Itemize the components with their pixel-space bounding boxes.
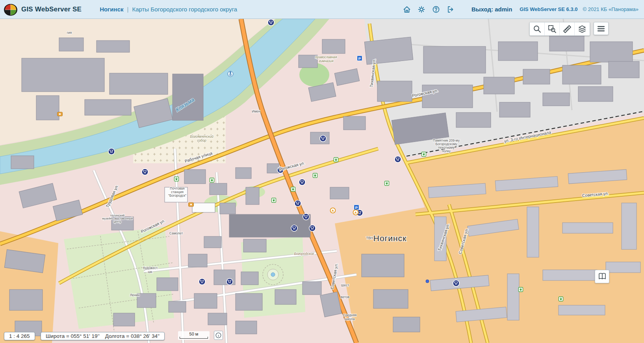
header-actions: Выход: admin GIS WebServer SE 6.3.0 © 20…	[402, 5, 638, 14]
shop-marker[interactable]	[199, 278, 205, 285]
green-marker[interactable]	[272, 198, 276, 203]
scale-value: 1 : 4 265	[9, 333, 30, 339]
svg-text:P: P	[355, 205, 358, 210]
shop-marker[interactable]	[395, 156, 401, 162]
logout-link[interactable]: Выход: admin	[471, 6, 512, 13]
svg-text:школа: школа	[345, 317, 355, 321]
help-icon	[432, 6, 440, 13]
home-button[interactable]	[402, 5, 412, 14]
green-marker[interactable]	[313, 173, 317, 178]
map-toolbar	[529, 22, 609, 36]
fountain	[267, 269, 278, 280]
legend-button[interactable]	[595, 270, 609, 283]
green-marker[interactable]	[291, 187, 295, 192]
scalebar-info-button[interactable]	[214, 331, 223, 340]
app-title: GIS WebServer SE	[21, 6, 82, 13]
bus-marker[interactable]: А	[330, 208, 336, 213]
green-marker[interactable]	[422, 152, 426, 157]
svg-text:центр: центр	[113, 220, 121, 223]
svg-text:Самолет: Самолет	[169, 231, 183, 235]
layers-button[interactable]	[575, 22, 590, 35]
parking-marker[interactable]: P	[354, 205, 359, 210]
shop-marker[interactable]	[291, 225, 297, 231]
city-label: Ногинск	[373, 234, 407, 243]
green-marker[interactable]	[519, 288, 523, 292]
gear-icon	[418, 6, 425, 13]
app-header: GIS WebServer SE Ногинск | Карты Богород…	[0, 0, 644, 19]
scalebar-bar	[180, 337, 208, 339]
svg-text:гимназия: гимназия	[319, 59, 334, 63]
svg-text:шк.: шк.	[148, 270, 153, 274]
shop-marker[interactable]	[142, 169, 148, 175]
svg-text:Ленин: Ленин	[130, 293, 140, 297]
coordinates-display: Широта = 055° 51' 19'' Долгота = 038° 26…	[41, 332, 165, 340]
camera-marker[interactable]	[58, 112, 63, 116]
breadcrumb-separator: |	[127, 6, 129, 13]
logout-icon	[447, 6, 455, 13]
svg-text:"Богородск": "Богородск"	[168, 194, 186, 197]
measure-button[interactable]	[560, 22, 575, 35]
svg-text:P: P	[358, 56, 361, 61]
svg-text:православная: православная	[315, 55, 337, 59]
green-marker[interactable]	[210, 178, 214, 183]
dot-marker[interactable]	[426, 280, 429, 283]
home-icon	[403, 6, 411, 13]
svg-text:гия: гия	[67, 31, 72, 35]
svg-text:полку: полку	[442, 149, 451, 153]
shop-marker[interactable]	[320, 135, 326, 142]
svg-text:ТВН: ТВН	[366, 236, 373, 240]
settings-button[interactable]	[417, 5, 426, 14]
search-button[interactable]	[530, 22, 545, 35]
green-marker[interactable]	[334, 158, 338, 162]
scale-indicator[interactable]: 1 : 4 265	[4, 332, 35, 340]
ruler-icon	[562, 24, 572, 34]
green-marker[interactable]	[174, 177, 179, 181]
svg-text:Имен: Имен	[252, 109, 260, 113]
map-book-icon	[597, 272, 607, 281]
layers-icon	[577, 24, 587, 34]
map-container: PPАА Ногинск Клязьма Рабочая улица Рогож…	[0, 19, 644, 343]
green-marker[interactable]	[385, 181, 389, 186]
latitude-value: Широта = 055° 51' 19''	[46, 333, 100, 339]
shop-marker[interactable]	[453, 280, 459, 286]
svg-text:Богоявленский: Богоявленский	[190, 135, 213, 138]
area-search-icon	[547, 24, 557, 34]
breadcrumb: Ногинск | Карты Богородского городского …	[100, 6, 237, 13]
scalebar: 50 м	[178, 331, 210, 340]
anchor-marker[interactable]	[228, 71, 233, 77]
breadcrumb-project-link[interactable]: Ногинск	[100, 6, 123, 13]
parking-marker[interactable]: P	[357, 56, 362, 61]
svg-text:собор: собор	[197, 138, 206, 142]
search-icon	[533, 24, 542, 34]
camera-marker[interactable]	[189, 203, 194, 207]
svg-text:Художест.: Художест.	[143, 266, 158, 270]
shop-marker[interactable]	[295, 200, 301, 207]
bus-marker[interactable]: А	[353, 210, 358, 215]
svg-text:Средняя: Средняя	[343, 313, 357, 317]
logout-icon-button[interactable]	[446, 5, 455, 14]
shop-marker[interactable]	[309, 225, 316, 231]
area-search-button[interactable]	[545, 22, 560, 35]
map-toolbar-group	[529, 22, 590, 36]
copyright-link[interactable]: © 2021 КБ «Панорама»	[583, 6, 638, 12]
svg-text:А: А	[332, 209, 334, 212]
breadcrumb-map-title-link[interactable]: Карты Богородского городского округа	[132, 6, 237, 13]
menu-button[interactable]	[594, 22, 609, 35]
map-canvas[interactable]: PPАА Ногинск Клязьма Рабочая улица Рогож…	[0, 19, 644, 343]
shop-marker[interactable]	[299, 179, 305, 185]
shop-marker[interactable]	[226, 278, 233, 285]
shop-marker[interactable]	[268, 19, 274, 26]
svg-text:А: А	[354, 211, 357, 214]
longitude-value: Долгота = 038° 26' 34''	[105, 333, 160, 339]
panorama-logo-icon	[3, 2, 18, 17]
svg-text:Шест: Шест	[341, 283, 349, 287]
app-logo	[3, 2, 18, 17]
shop-marker[interactable]	[303, 214, 309, 220]
help-button[interactable]	[431, 5, 441, 14]
gis-webserver-app: GIS WebServer SE Ногинск | Карты Богород…	[0, 0, 644, 343]
shop-marker[interactable]	[108, 148, 115, 155]
hamburger-icon	[596, 24, 606, 33]
green-marker[interactable]	[559, 297, 563, 301]
scalebar-label: 50 м	[189, 332, 199, 336]
svg-text:ветов: ветов	[341, 295, 349, 299]
